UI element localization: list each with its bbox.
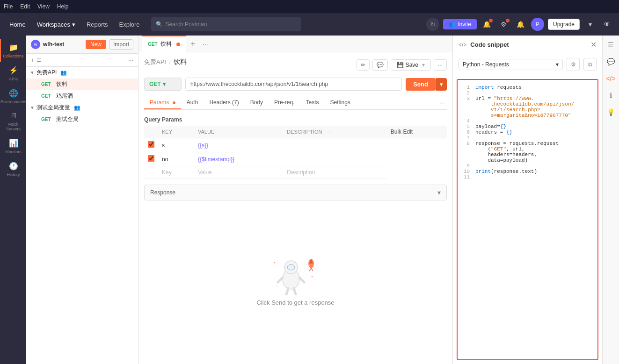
- code-snippet-title: Code snippet: [470, 41, 587, 48]
- main-layout: 📁 Collections ⚡ APIs 🌐 Environments 🖥 Mo…: [0, 36, 619, 364]
- alert-btn[interactable]: 🔔: [514, 18, 527, 31]
- url-input[interactable]: [185, 78, 402, 91]
- param-value-placeholder[interactable]: Value: [194, 166, 283, 179]
- copy-icon: ⧉: [588, 61, 592, 68]
- collection-header-1[interactable]: ▼ 免费API 👥: [26, 67, 138, 79]
- request-name: 鸡尾酒: [56, 92, 73, 100]
- nav-workspaces[interactable]: Workspaces ▾: [33, 19, 79, 30]
- param-key-placeholder[interactable]: Key: [158, 166, 194, 179]
- chevron-down-icon: ▾: [72, 21, 75, 28]
- tab-auth[interactable]: Auth: [181, 96, 204, 109]
- avatar[interactable]: P: [531, 18, 544, 31]
- tab-prereq[interactable]: Pre-req.: [269, 96, 300, 109]
- collection-header-2[interactable]: ▼ 测试全局变量 👥: [26, 102, 138, 114]
- param-desc-placeholder[interactable]: Description: [283, 166, 386, 179]
- request-info-icon[interactable]: ☰: [606, 39, 616, 50]
- lightbulb-icon[interactable]: 💡: [605, 107, 617, 118]
- menu-view[interactable]: View: [37, 3, 50, 10]
- more-actions-btn[interactable]: ···: [434, 59, 447, 71]
- param-desc-1[interactable]: [283, 138, 386, 152]
- info-icon[interactable]: ℹ: [608, 90, 614, 101]
- response-label: Response: [150, 189, 175, 196]
- filter-icon[interactable]: ☰: [36, 57, 41, 63]
- monitors-icon: 📊: [9, 139, 18, 148]
- more-tabs-icon[interactable]: ···: [437, 97, 447, 109]
- panel-header: w wlh-test New Import: [26, 36, 138, 54]
- copy-code-btn[interactable]: ⧉: [583, 58, 597, 71]
- people-icon: 👥: [60, 70, 67, 76]
- add-collection-icon[interactable]: +: [31, 57, 35, 64]
- tab-request[interactable]: GET 饮料: [142, 36, 186, 52]
- response-toggle[interactable]: ▾: [437, 189, 441, 196]
- upgrade-button[interactable]: Upgrade: [548, 19, 580, 30]
- comment-btn[interactable]: 💬: [372, 59, 388, 71]
- notifications-btn[interactable]: 🔔: [481, 18, 494, 31]
- save-button-group[interactable]: 💾 Save ▾: [391, 59, 431, 71]
- send-button[interactable]: Send: [406, 78, 436, 91]
- param-value-1[interactable]: {{s}}: [194, 138, 283, 152]
- add-tab-btn[interactable]: +: [186, 40, 200, 48]
- sync-icon-btn[interactable]: ↻: [426, 18, 439, 31]
- tab-body[interactable]: Body: [245, 96, 269, 109]
- nav-reports[interactable]: Reports: [83, 19, 112, 30]
- menu-help[interactable]: Help: [57, 3, 69, 10]
- svg-line-2: [309, 268, 311, 271]
- new-button[interactable]: New: [86, 40, 106, 49]
- param-key-2[interactable]: no: [158, 152, 194, 166]
- svg-line-9: [286, 288, 288, 294]
- collections-list: ▼ 免费API 👥 GET 饮料 GET 鸡尾酒 ▼ 测试全局变量 👥 GET …: [26, 67, 138, 364]
- tab-params[interactable]: Params: [144, 96, 181, 109]
- language-select[interactable]: Python - Requests ▾: [459, 59, 563, 70]
- save-dropdown[interactable]: ▾: [422, 62, 425, 68]
- description-more-icon[interactable]: ···: [327, 129, 331, 135]
- code-line: 8 response = requests.request: [462, 141, 593, 146]
- code-settings-btn[interactable]: ⚙: [567, 58, 580, 71]
- sidebar-item-environments[interactable]: 🌐 Environments: [0, 85, 26, 108]
- param-checkbox-1[interactable]: [148, 141, 154, 148]
- tab-settings[interactable]: Settings: [324, 96, 356, 109]
- menu-file[interactable]: File: [4, 3, 13, 10]
- nav-explore[interactable]: Explore: [116, 19, 144, 30]
- tab-headers[interactable]: Headers (7): [204, 96, 244, 109]
- code-line: 10 print(response.text): [462, 169, 593, 174]
- sidebar-item-monitors[interactable]: 📊 Monitors: [0, 135, 26, 158]
- eye-btn[interactable]: 👁: [600, 18, 613, 31]
- sidebar-item-history[interactable]: 🕐 History: [0, 158, 26, 181]
- sidebar-item-collections[interactable]: 📁 Collections: [0, 39, 26, 62]
- param-desc-2[interactable]: [283, 152, 386, 166]
- svg-point-12: [311, 276, 313, 277]
- tab-tests[interactable]: Tests: [300, 96, 324, 109]
- more-options-icon[interactable]: ···: [128, 57, 133, 64]
- param-row-1: s {{s}}: [144, 138, 447, 152]
- search-bar[interactable]: 🔍 Search Postman: [151, 17, 301, 31]
- close-code-snippet-btn[interactable]: ✕: [590, 40, 597, 49]
- request-row[interactable]: GET 鸡尾酒: [26, 90, 138, 102]
- send-dropdown-btn[interactable]: ▾: [436, 78, 447, 91]
- comment-icon[interactable]: 💬: [605, 56, 617, 67]
- col-bulk-edit[interactable]: Bulk Edit: [387, 126, 447, 138]
- menu-bar: File Edit View Help: [0, 0, 619, 13]
- param-value-2[interactable]: {{$timestamp}}: [194, 152, 283, 166]
- code-snippet-panel: </> Code snippet ✕ Python - Requests ▾ ⚙…: [452, 36, 602, 364]
- main-content: GET 饮料 + ··· 免费API / 饮料 ✏ 💬 💾: [138, 36, 452, 364]
- menu-edit[interactable]: Edit: [20, 3, 30, 10]
- edit-btn[interactable]: ✏: [357, 59, 370, 71]
- nav-home[interactable]: Home: [6, 19, 29, 30]
- param-checkbox-2[interactable]: [148, 155, 154, 162]
- nav-right: ↻ 👥 Invite 🔔 ⚙ 🔔 P Upgrade ▾ 👁: [426, 18, 613, 31]
- upgrade-dropdown[interactable]: ▾: [583, 18, 597, 31]
- more-tabs-btn[interactable]: ···: [200, 40, 211, 48]
- sidebar-item-mock-servers[interactable]: 🖥 Mock Servers: [0, 108, 26, 135]
- import-button[interactable]: Import: [109, 39, 133, 50]
- invite-button[interactable]: 👥 Invite: [443, 19, 477, 29]
- request-row[interactable]: GET 测试全局: [26, 114, 138, 125]
- collections-icon: 📁: [9, 43, 18, 52]
- request-row[interactable]: GET 饮料: [26, 79, 138, 90]
- code-line: 3 url = "https://www.: [462, 96, 593, 101]
- sidebar-item-apis[interactable]: ⚡ APIs: [0, 62, 26, 85]
- method-select[interactable]: GET ▾: [144, 78, 182, 91]
- param-key-1[interactable]: s: [158, 138, 194, 152]
- settings-btn[interactable]: ⚙: [497, 18, 510, 31]
- breadcrumb-row: 免费API / 饮料 ✏ 💬 💾 Save ▾ ···: [144, 58, 447, 72]
- code-snippet-icon[interactable]: </>: [604, 73, 617, 84]
